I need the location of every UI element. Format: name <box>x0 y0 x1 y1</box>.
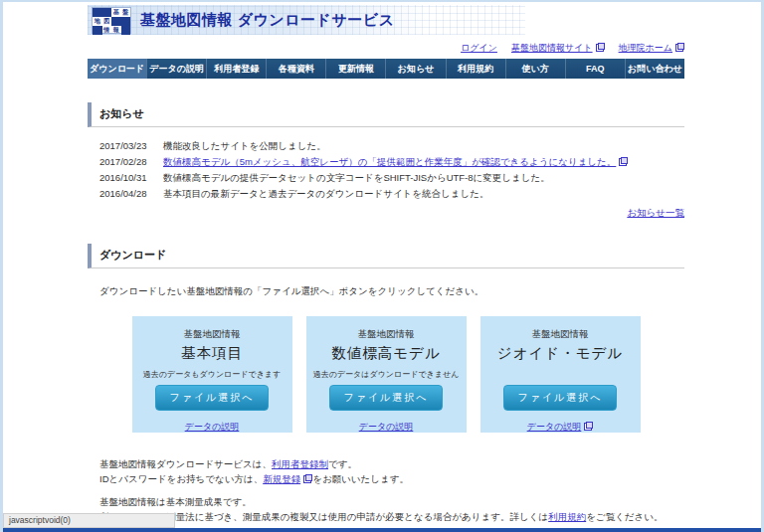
external-link-icon <box>303 474 312 483</box>
external-link-icon <box>619 157 628 166</box>
nav-item-update-info[interactable]: 更新情報 <box>325 59 385 79</box>
browser-status-bar: javascriptvoid(0) <box>3 513 175 528</box>
logo-char: 基 <box>111 8 121 17</box>
download-cards: 基盤地図情報 基本項目 過去のデータもダウンロードできます ファイル選択へ デー… <box>88 316 684 433</box>
nav-item-documents[interactable]: 各種資料 <box>266 59 325 79</box>
file-select-button[interactable]: ファイル選択へ <box>329 385 442 411</box>
card-title: 数値標高モデル <box>306 344 467 363</box>
nav-item-how-to-use[interactable]: 使い方 <box>505 59 565 79</box>
news-link[interactable]: 数値標高モデル（5mメッシュ、航空レーザ）の「提供範囲と作業年度」が確認できるよ… <box>163 156 616 167</box>
user-registration-link[interactable]: 利用者登録制 <box>272 458 328 469</box>
note-text: 基盤地図情報は基本測量成果です。 <box>99 494 684 509</box>
nav-item-news[interactable]: お知らせ <box>385 59 445 79</box>
logo-char: 図 <box>102 17 112 26</box>
nav-item-data-description[interactable]: データの説明 <box>146 59 206 79</box>
note-text: です。 <box>328 458 357 469</box>
logo-char: 情 <box>102 26 112 35</box>
logo-char: 地 <box>93 17 102 26</box>
card-note: 過去のデータもダウンロードできます <box>132 369 292 379</box>
terms-link[interactable]: 利用規約 <box>548 511 586 522</box>
logo-char: 盤 <box>121 8 131 17</box>
news-date: 2016/10/31 <box>99 170 151 186</box>
news-text: 数値標高モデルの提供データセットの文字コードをSHIFT-JISからUTF-8に… <box>163 170 550 186</box>
card-geoid-model: 基盤地図情報 ジオイド・モデル ファイル選択へ データの説明 <box>480 316 641 433</box>
external-link-icon <box>584 422 593 431</box>
window-bottom-edge <box>3 528 761 532</box>
new-registration-link[interactable]: 新規登録 <box>263 473 300 484</box>
card-note: 過去のデータはダウンロードできません <box>306 369 467 379</box>
note-text: をお願いいたします。 <box>312 473 409 484</box>
news-date: 2017/03/23 <box>99 138 151 154</box>
news-list-link[interactable]: お知らせ一覧 <box>627 207 684 218</box>
file-select-button[interactable]: ファイル選択へ <box>503 385 616 411</box>
nav-item-faq[interactable]: FAQ <box>565 59 625 79</box>
gsi-site-link[interactable]: 基盤地図情報サイト <box>511 43 593 53</box>
data-description-link[interactable]: データの説明 <box>527 422 582 432</box>
page-title: 基盤地図情報 ダウンロードサービス <box>140 11 394 30</box>
news-text: 基本項目の最新データと過去データのダウンロードサイトを統合しました。 <box>163 186 488 202</box>
card-basic-items: 基盤地図情報 基本項目 過去のデータもダウンロードできます ファイル選択へ デー… <box>132 316 292 433</box>
card-note <box>480 369 641 379</box>
logo-char: 報 <box>111 26 121 35</box>
card-category: 基盤地図情報 <box>132 328 292 341</box>
nav-item-contact[interactable]: お問い合わせ <box>625 59 684 79</box>
utility-links: ログイン基盤地図情報サイト地理院ホーム <box>88 42 684 55</box>
card-title: 基本項目 <box>132 344 292 363</box>
gsi-home-link[interactable]: 地理院ホーム <box>619 43 672 53</box>
nav-item-terms[interactable]: 利用規約 <box>446 59 505 79</box>
card-title: ジオイド・モデル <box>480 344 641 363</box>
nav-item-download[interactable]: ダウンロード <box>88 59 146 79</box>
site-banner: 基 盤 地 図 情 報 基盤地図情報 ダウンロードサービス <box>88 5 525 35</box>
news-date: 2016/04/28 <box>99 186 151 202</box>
card-category: 基盤地図情報 <box>306 328 467 341</box>
download-instruction: ダウンロードしたい基盤地図情報の「ファイル選択へ」ボタンをクリックしてください。 <box>99 285 684 298</box>
news-list: 2017/03/23 機能改良したサイトを公開しました。 2017/02/28 … <box>99 138 684 202</box>
download-section-heading: ダウンロード <box>88 244 684 268</box>
note-text: 基盤地図情報ダウンロードサービスは、 <box>99 458 272 469</box>
note-text: IDとパスワードをお持ちでない方は、 <box>99 473 263 484</box>
news-row: 2017/03/23 機能改良したサイトを公開しました。 <box>99 138 684 154</box>
card-dem: 基盤地図情報 数値標高モデル 過去のデータはダウンロードできません ファイル選択… <box>306 316 467 433</box>
news-section-heading: お知らせ <box>88 102 684 127</box>
file-select-button[interactable]: ファイル選択へ <box>155 385 268 411</box>
data-description-link[interactable]: データの説明 <box>359 422 414 432</box>
gsi-grid-logo-icon: 基 盤 地 図 情 報 <box>92 7 131 34</box>
card-category: 基盤地図情報 <box>480 328 641 341</box>
service-notes: 基盤地図情報ダウンロードサービスは、利用者登録制です。 IDとパスワードをお持ち… <box>99 456 684 532</box>
external-link-icon <box>596 43 605 52</box>
news-row: 2016/10/31 数値標高モデルの提供データセットの文字コードをSHIFT-… <box>99 170 684 186</box>
external-link-icon <box>675 43 684 52</box>
browser-viewport: 基 盤 地 図 情 報 基盤地図情報 ダウンロードサービス ログイン基盤地図情報… <box>0 0 764 532</box>
news-text: 機能改良したサイトを公開しました。 <box>163 138 326 154</box>
news-row: 2016/04/28 基本項目の最新データと過去データのダウンロードサイトを統合… <box>99 186 684 202</box>
data-description-link[interactable]: データの説明 <box>185 422 240 432</box>
main-nav: ダウンロード データの説明 利用者登録 各種資料 更新情報 お知らせ 利用規約 … <box>88 59 684 79</box>
news-date: 2017/02/28 <box>99 154 151 170</box>
note-text: をご覧ください。 <box>586 511 663 522</box>
news-row: 2017/02/28 数値標高モデル（5mメッシュ、航空レーザ）の「提供範囲と作… <box>99 154 684 170</box>
login-link[interactable]: ログイン <box>461 43 497 53</box>
nav-item-user-registration[interactable]: 利用者登録 <box>206 59 266 79</box>
